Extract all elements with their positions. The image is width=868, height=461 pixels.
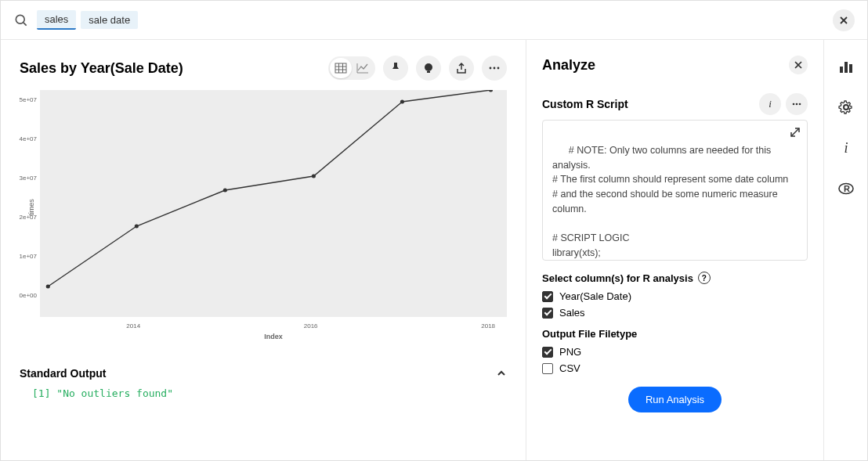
checkbox-label: Sales	[559, 307, 585, 319]
svg-point-25	[799, 103, 801, 106]
analyze-panel: Analyze Custom R Script i # NOTE: Only t…	[526, 40, 823, 461]
svg-point-18	[400, 100, 404, 104]
search-bar: sales sale date	[1, 1, 867, 40]
svg-point-24	[796, 103, 798, 106]
table-icon	[335, 62, 347, 74]
table-view-button[interactable]	[330, 58, 352, 78]
svg-point-0	[16, 15, 24, 23]
x-tick: 2014	[126, 322, 140, 330]
svg-point-13	[497, 67, 500, 70]
filetype-label: Output File Filetype	[542, 328, 808, 340]
x-tick: 2016	[304, 322, 318, 330]
checkbox-label: CSV	[559, 362, 580, 374]
chart-view-button[interactable]	[352, 58, 374, 78]
rail-chart-button[interactable]	[834, 54, 859, 79]
y-tick: 2e+07	[16, 214, 37, 221]
script-section-label: Custom R Script	[542, 98, 754, 110]
info-icon: i	[765, 99, 776, 110]
x-axis-label: Index	[40, 333, 507, 340]
svg-point-17	[312, 175, 316, 178]
rail-settings-button[interactable]	[834, 95, 859, 120]
svg-rect-10	[427, 71, 430, 73]
y-tick: 5e+07	[16, 96, 37, 103]
code-editor[interactable]: # NOTE: Only two columns are needed for …	[542, 120, 808, 261]
svg-point-12	[494, 67, 496, 70]
svg-rect-29	[849, 64, 852, 73]
svg-point-9	[425, 63, 432, 71]
checkbox-icon	[542, 363, 553, 374]
svg-point-11	[490, 67, 492, 70]
output-title: Standard Output	[20, 367, 496, 380]
close-icon	[839, 16, 848, 25]
line-chart-icon	[356, 62, 369, 74]
svg-rect-4	[335, 63, 346, 73]
x-tick: 2018	[481, 322, 495, 330]
info-button[interactable]: i	[759, 93, 781, 115]
svg-point-15	[135, 225, 139, 229]
search-chip-sales[interactable]: sales	[37, 10, 76, 30]
pin-button[interactable]	[383, 56, 408, 81]
checkbox-icon	[542, 291, 553, 302]
run-analysis-button[interactable]: Run Analysis	[628, 387, 722, 412]
close-panel-button[interactable]	[789, 56, 808, 74]
output-toggle[interactable]: Standard Output	[20, 367, 507, 380]
svg-text:i: i	[844, 140, 848, 156]
close-icon	[794, 61, 802, 69]
view-toggle	[328, 56, 375, 80]
chart-title: Sales by Year(Sale Date)	[20, 60, 328, 77]
output-text: [1] "No outliers found"	[20, 387, 507, 399]
svg-rect-27	[840, 67, 843, 73]
chart-panel: Sales by Year(Sale Date)	[1, 40, 526, 461]
bar-chart-icon	[838, 59, 854, 74]
filetype-checkbox-png[interactable]: PNG	[542, 346, 808, 358]
svg-point-16	[223, 189, 227, 193]
y-tick: 4e+07	[16, 135, 37, 142]
share-icon	[455, 62, 468, 74]
checkbox-icon	[542, 347, 553, 358]
column-checkbox-sales[interactable]: Sales	[542, 307, 808, 319]
help-icon[interactable]: ?	[698, 272, 711, 284]
chevron-up-icon	[496, 368, 507, 379]
more-button[interactable]	[482, 56, 507, 81]
svg-line-26	[791, 128, 799, 136]
svg-line-1	[24, 22, 27, 25]
analyze-title: Analyze	[542, 57, 789, 74]
search-chip-sale-date[interactable]: sale date	[81, 11, 138, 29]
info-icon: i	[838, 140, 854, 156]
insight-button[interactable]	[416, 56, 441, 81]
r-icon: R	[838, 181, 854, 196]
search-icon	[13, 13, 29, 28]
checkbox-label: Year(Sale Date)	[559, 290, 631, 302]
script-more-button[interactable]	[786, 93, 808, 115]
gear-icon	[838, 99, 854, 115]
chart-toolbar	[328, 56, 507, 81]
columns-label: Select column(s) for R analysis ?	[542, 272, 808, 284]
lightbulb-icon	[422, 62, 435, 74]
svg-rect-28	[844, 62, 848, 73]
y-tick: 0e+00	[16, 292, 37, 299]
y-tick: 1e+07	[16, 253, 37, 260]
more-icon	[791, 99, 802, 110]
svg-text:R: R	[844, 184, 850, 193]
svg-point-19	[489, 90, 493, 92]
y-tick: 3e+07	[16, 175, 37, 182]
svg-point-14	[46, 285, 50, 289]
svg-point-23	[793, 103, 795, 106]
filetype-checkbox-csv[interactable]: CSV	[542, 362, 808, 374]
chart-area: times 5e+07 4e+07 3e+07 2e+07 1e+07 0e+0…	[40, 90, 507, 317]
code-content: # NOTE: Only two columns are needed for …	[552, 145, 788, 261]
pin-icon	[389, 62, 402, 74]
expand-icon[interactable]	[790, 127, 801, 138]
rail-r-button[interactable]: R	[834, 176, 859, 201]
side-rail: i R	[823, 40, 867, 461]
svg-text:i: i	[769, 99, 772, 110]
rail-info-button[interactable]: i	[834, 135, 859, 160]
more-icon	[488, 62, 501, 74]
share-button[interactable]	[449, 56, 474, 81]
checkbox-label: PNG	[559, 346, 581, 358]
chart-line	[40, 90, 507, 317]
clear-search-button[interactable]	[833, 9, 855, 31]
checkbox-icon	[542, 308, 553, 319]
column-checkbox-year[interactable]: Year(Sale Date)	[542, 290, 808, 302]
